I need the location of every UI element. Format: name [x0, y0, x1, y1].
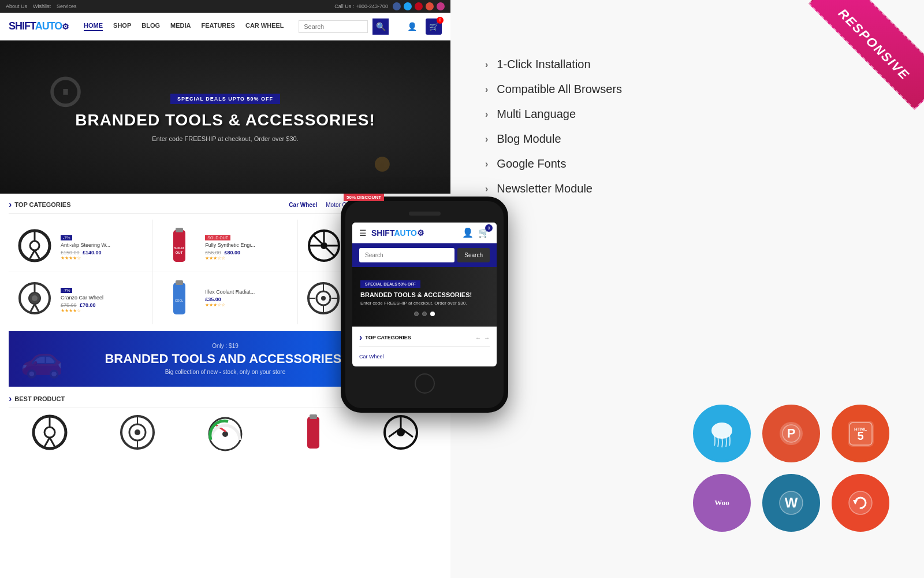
price-old: £75.00 — [61, 302, 77, 308]
product-name: Fully Synthetic Engi... — [205, 242, 291, 248]
phone-user-icon[interactable]: 👤 — [462, 227, 474, 238]
responsive-banner: RESPONSIVE — [797, 0, 924, 127]
responsive-label: RESPONSIVE — [836, 6, 912, 83]
product-card[interactable]: -7% Anti-slip Steering W... £150.00 £140… — [9, 220, 152, 272]
chevron-icon: › — [485, 84, 488, 95]
nav-media[interactable]: MEDIA — [170, 22, 191, 31]
product-stars: ★★★☆☆ — [205, 255, 291, 261]
facebook-icon[interactable] — [393, 2, 401, 10]
phone-nav: ☰ SHIFTAUTO⚙ 👤 🛒 0 — [352, 223, 497, 243]
phone-number: Call Us : +800-243-700 — [334, 3, 388, 9]
nav-features[interactable]: FEATURES — [201, 22, 234, 31]
search-button[interactable]: 🔍 — [372, 18, 389, 35]
cranzo-wheel-icon — [17, 281, 52, 316]
svg-line-15 — [326, 248, 335, 257]
phone-hero-badge: SPECIAL DEALS 50% OFF — [360, 280, 420, 288]
chevron-icon: › — [485, 159, 488, 169]
steering-wheel-icon — [17, 228, 52, 263]
pinterest-icon[interactable] — [415, 2, 423, 10]
best-product-image — [27, 412, 73, 453]
cart-button[interactable]: 🛒 0 — [426, 18, 442, 35]
chevron-icon: › — [485, 60, 488, 70]
logo-text: SHIFT — [9, 20, 35, 32]
jellyfish-svg — [707, 419, 736, 448]
svg-text:OUT: OUT — [175, 251, 182, 254]
phone-carousel-dots — [360, 312, 489, 316]
dot-2[interactable] — [422, 312, 427, 316]
svg-text:SOLD: SOLD — [174, 246, 184, 250]
product-card[interactable]: COOL Ilfex Coolant Radiat... £35.00 ★★★☆… — [153, 272, 297, 324]
best-product-item[interactable] — [360, 412, 442, 455]
nav-search-input[interactable] — [299, 20, 368, 33]
product-image — [304, 225, 344, 266]
feature-item: › Google Fonts — [485, 157, 889, 171]
best-products-list — [9, 412, 442, 455]
oil-bottle-icon: SOLD OUT — [166, 227, 192, 265]
phone-hero-sub: Enter code FREESHIP at checkout, Order o… — [360, 301, 489, 306]
chevron-icon: › — [485, 109, 488, 120]
phone-hero-title: BRANDED TOOLS & ACCESSORIES! — [360, 291, 489, 298]
product-name: Anti-slip Steering W... — [61, 242, 147, 248]
phone-logo: SHIFTAUTO⚙ — [371, 228, 424, 238]
phone-home-button[interactable] — [415, 373, 435, 394]
product-info: -7% Cranzo Car Wheel £75.00 £70.00 ★★★★☆ — [61, 284, 147, 313]
wordpress-icon: W — [762, 474, 820, 532]
discount-badge: 50% DISCOUNT — [344, 194, 384, 201]
best-product-item[interactable] — [9, 412, 91, 455]
user-icon[interactable]: 👤 — [404, 18, 420, 35]
woo-label: Woo — [714, 498, 729, 507]
top-bar: About Us Wishlist Services Call Us : +80… — [0, 0, 450, 13]
hero-section: ⊙ ● SPECIAL DEALS UPTO 50% OFF BRANDED T… — [0, 40, 450, 194]
phone-prev-arrow[interactable]: ← — [475, 335, 481, 341]
woo-icon: Woo — [693, 474, 751, 532]
phone-next-arrow[interactable]: → — [484, 335, 490, 341]
nav-shop[interactable]: SHOP — [113, 22, 131, 31]
phone-cat-link[interactable]: Car Wheel — [359, 354, 384, 360]
best-product-item[interactable] — [96, 412, 178, 455]
cat-tab-wheel[interactable]: Car Wheel — [289, 202, 317, 208]
phone-cart-container: 🛒 0 — [478, 227, 490, 238]
product-stars: ★★★☆☆ — [205, 302, 291, 307]
nav-search: 🔍 — [299, 18, 389, 35]
best-product-item[interactable] — [272, 412, 354, 455]
product-image: COOL — [159, 278, 199, 318]
phone-search-button[interactable]: Search — [457, 248, 490, 262]
dot-3-active[interactable] — [430, 312, 435, 316]
nav-car-wheel[interactable]: CAR WHEEL — [245, 22, 284, 31]
product-card[interactable]: SOLD OUT SOLD OUT Fully Synthetic Engi..… — [153, 220, 297, 272]
product-name: Cranzo Car Wheel — [61, 295, 147, 301]
dot-1[interactable] — [414, 312, 419, 316]
svg-line-35 — [44, 438, 50, 447]
topbar-services[interactable]: Services — [57, 3, 77, 9]
topbar-links: About Us Wishlist Services — [6, 3, 77, 9]
nav-home[interactable]: HOME — [84, 22, 103, 31]
topbar-about[interactable]: About Us — [6, 3, 27, 9]
prestashop-icon: P — [762, 405, 820, 462]
product-price: £35.00 — [205, 297, 291, 302]
nav-blog[interactable]: BLOG — [141, 22, 160, 31]
product-price: £56.00 £80.00 — [205, 250, 291, 255]
chevron-icon: › — [485, 134, 488, 144]
best-product-item[interactable] — [184, 412, 266, 455]
twitter-icon[interactable] — [404, 2, 412, 10]
brake-disc-icon — [305, 281, 342, 316]
logo-auto: AUTO — [35, 20, 62, 32]
product-card[interactable]: -7% Cranzo Car Wheel £75.00 £70.00 ★★★★☆ — [9, 272, 152, 324]
svg-rect-46 — [310, 414, 317, 419]
svg-point-33 — [44, 427, 55, 438]
svg-rect-23 — [176, 280, 183, 285]
instagram-icon[interactable] — [437, 2, 445, 10]
product-info: SOLD OUT Fully Synthetic Engi... £56.00 … — [205, 231, 291, 261]
hamburger-icon[interactable]: ☰ — [359, 228, 367, 238]
svg-line-3 — [30, 250, 35, 258]
jellyfish-icon — [693, 405, 751, 462]
topbar-wishlist[interactable]: Wishlist — [33, 3, 51, 9]
google-plus-icon[interactable] — [426, 2, 434, 10]
best-brake-icon — [117, 414, 158, 451]
phone-search-input[interactable] — [359, 248, 454, 262]
feature-label: Multi Language — [497, 108, 576, 121]
prestashop-svg: P — [777, 419, 806, 448]
nav-bar: SHIFTAUTO⚙ HOME SHOP BLOG MEDIA FEATURES… — [0, 13, 450, 40]
phone-nav-left: ☰ SHIFTAUTO⚙ — [359, 228, 424, 238]
phone-cat-indicator: › — [359, 332, 362, 343]
